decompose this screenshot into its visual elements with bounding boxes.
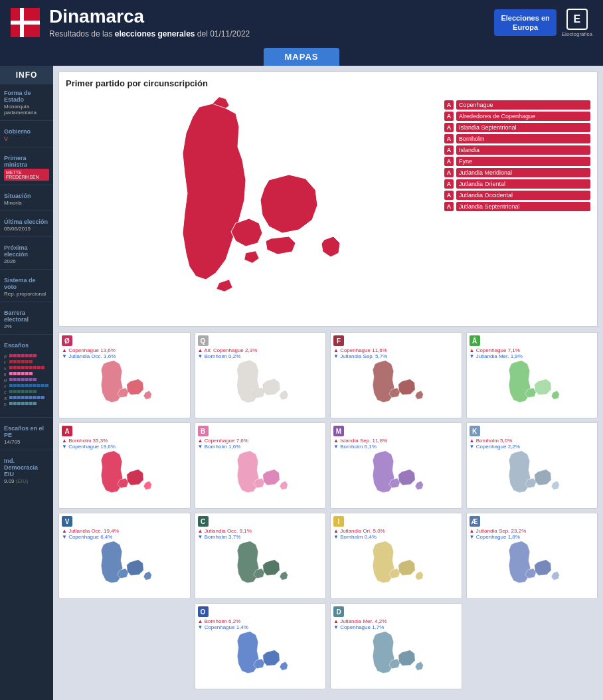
svg-rect-31	[33, 366, 37, 369]
svg-text:M: M	[4, 379, 7, 383]
legend-item-6: A Jutlandia Meridional	[444, 168, 590, 177]
svg-rect-25	[9, 366, 13, 369]
small-maps-row4: O ▲ Bornholm 6,2% ▼ Copenhague 1,4% D	[58, 603, 598, 689]
sidebar-proxima-eleccion: Próxima elección 2026	[0, 239, 53, 267]
nav-tabs: MAPAS	[0, 45, 603, 66]
map-svg-m	[333, 450, 459, 496]
svg-rect-43	[21, 378, 25, 381]
elecciones-europa-button[interactable]: Elecciones en Europa	[494, 9, 556, 37]
map-legend-row: A Copenhague A Alrededores de Copenhague…	[66, 94, 590, 319]
legend-item-8: A Jutlandia Occidental	[444, 191, 590, 200]
subtitle-pre: Resultados de las	[49, 29, 115, 39]
svg-rect-44	[25, 378, 29, 381]
svg-rect-18	[33, 354, 37, 357]
legend-list: A Copenhague A Alrededores de Copenhague…	[444, 94, 590, 319]
svg-rect-47	[9, 384, 13, 387]
header-title-block: Dinamarca Resultados de las elecciones g…	[49, 6, 494, 39]
legend-item-9: A Jutlandia Septentrional	[444, 202, 590, 211]
badge-i: I	[333, 516, 344, 527]
sidebar-situacion: Situación Minoría	[0, 187, 53, 209]
map-svg-o	[62, 359, 187, 406]
svg-rect-32	[37, 366, 41, 369]
svg-rect-67	[21, 396, 25, 399]
sidebar-escanos: Escaños Ø F A B M V C Æ D	[0, 337, 53, 415]
small-map-k: K ▲ Bornholm 5,0% ▼ Copenhague 2,2%	[466, 422, 598, 509]
legend-item-7: A Jutlandia Oriental	[444, 179, 590, 189]
legend-item-1: A Alrededores de Copenhague	[444, 112, 590, 121]
main-map-card: Primer partido por circunscripción	[58, 71, 598, 327]
svg-rect-60	[21, 390, 25, 393]
svg-rect-70	[33, 396, 37, 399]
small-map-v: V ▲ Jutlandia Occ. 19,4% ▼ Copenhague 6,…	[58, 513, 191, 599]
svg-text:A: A	[4, 367, 7, 371]
svg-rect-66	[17, 396, 21, 399]
subtitle-post: del 01/11/2022	[195, 29, 250, 39]
badge-q: Q	[198, 335, 209, 346]
svg-rect-62	[29, 390, 33, 393]
sidebar: INFO Forma de Estado Monarquía parlament…	[0, 66, 53, 700]
svg-rect-79	[33, 402, 37, 405]
svg-rect-29	[25, 366, 29, 369]
svg-rect-35	[13, 372, 17, 375]
sidebar-barrera: Barrera electoral 2%	[0, 304, 53, 332]
legend-item-0: A Copenhague	[444, 100, 590, 110]
svg-rect-76	[21, 402, 25, 405]
svg-rect-59	[17, 390, 21, 393]
map-svg-aa	[470, 359, 595, 406]
header-subtitle: Resultados de las elecciones generales d…	[49, 27, 494, 39]
svg-rect-34	[9, 372, 13, 375]
svg-rect-73	[9, 402, 13, 405]
header: Dinamarca Resultados de las elecciones g…	[0, 0, 603, 45]
seat-chart-svg: Ø F A B M V C Æ D	[4, 351, 49, 411]
small-map-f: F ▲ Copenhague 11,6% ▼ Jutlandia Sep. 5,…	[330, 332, 462, 418]
badge-v: V	[62, 516, 72, 527]
svg-text:Ø: Ø	[4, 355, 7, 359]
badge-d: D	[333, 606, 344, 617]
svg-rect-55	[41, 384, 44, 387]
small-maps-row2: A ▲ Bornholm 35,3% ▼ Copenhague 19,6% B	[58, 422, 598, 509]
badge-o: Ø	[62, 335, 72, 346]
svg-rect-19	[9, 360, 13, 363]
svg-rect-26	[13, 366, 17, 369]
svg-rect-63	[33, 390, 37, 393]
small-map-aa: Å ▲ Copenhague 7,1% ▼ Jutlandia Mer. 1,9…	[466, 332, 598, 418]
svg-text:Æ: Æ	[4, 396, 7, 400]
primer-ministra-badge: METTE FREDERIKSEN	[4, 169, 49, 181]
map-svg-o2	[198, 630, 323, 677]
small-map-a: A ▲ Bornholm 35,3% ▼ Copenhague 19,6%	[58, 422, 191, 509]
denmark-main-svg	[66, 94, 439, 319]
svg-rect-65	[13, 396, 17, 399]
legend-bar-0: Copenhague	[456, 100, 590, 110]
svg-rect-41	[13, 378, 17, 381]
map-svg-i	[333, 540, 459, 586]
electografica-label: Electográfica	[562, 31, 592, 37]
badge-c: C	[198, 516, 209, 527]
legend-badge-0: A	[444, 100, 454, 110]
svg-rect-68	[25, 396, 29, 399]
sidebar-forma-estado: Forma de Estado Monarquía parlamentaria	[0, 84, 53, 118]
svg-rect-72	[41, 396, 44, 399]
svg-text:D: D	[4, 402, 7, 406]
main-map-container	[66, 94, 439, 319]
svg-rect-74	[13, 402, 17, 405]
svg-rect-28	[21, 366, 25, 369]
small-map-c: C ▲ Jutlandia Occ. 9,1% ▼ Bornholm 3,7%	[195, 513, 327, 599]
info-button[interactable]: INFO	[0, 66, 53, 84]
svg-rect-53	[33, 384, 37, 387]
small-map-b: B ▲ Copenhague 7,6% ▼ Bornholm 1,6%	[195, 422, 327, 509]
electografica-icon[interactable]: E	[566, 9, 588, 30]
svg-rect-42	[17, 378, 21, 381]
sidebar-escanos-pe: Escaños en el PE 14/705	[0, 420, 53, 448]
svg-rect-33	[41, 366, 44, 369]
svg-rect-54	[37, 384, 41, 387]
badge-m: M	[333, 426, 344, 436]
map-svg-k	[470, 450, 595, 496]
svg-rect-52	[29, 384, 33, 387]
map-svg-c	[198, 540, 323, 586]
svg-rect-22	[21, 360, 25, 363]
badge-a: A	[62, 426, 72, 436]
subtitle-bold: elecciones generales	[115, 29, 195, 39]
tab-mapas[interactable]: MAPAS	[264, 48, 340, 66]
svg-rect-40	[9, 378, 13, 381]
map-svg-ae	[470, 540, 595, 586]
